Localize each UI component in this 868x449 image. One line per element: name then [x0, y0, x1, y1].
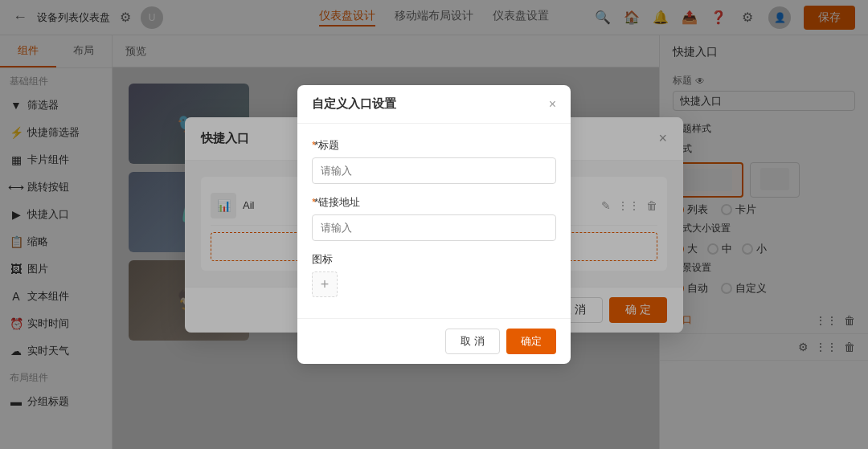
inner-modal-header: 自定义入口设置 ×: [297, 85, 571, 124]
link-input[interactable]: [312, 214, 556, 241]
inner-modal-body: **标题 **链接地址 图标 +: [297, 124, 571, 318]
outer-modal-overlay: 快捷入口 × 📊 Ail ✎ ⋮⋮ 🗑 + 添加入口: [0, 0, 868, 449]
inner-modal-close-button[interactable]: ×: [549, 97, 556, 112]
outer-modal: 快捷入口 × 📊 Ail ✎ ⋮⋮ 🗑 + 添加入口: [185, 117, 683, 333]
inner-cancel-button[interactable]: 取 消: [445, 329, 500, 354]
icon-add-button[interactable]: +: [312, 271, 338, 297]
title-field-label: **标题: [312, 138, 556, 153]
inner-modal-footer: 取 消 确定: [297, 318, 571, 364]
link-field-label: **链接地址: [312, 195, 556, 210]
icon-section: 图标 +: [312, 252, 556, 297]
title-input[interactable]: [312, 157, 556, 184]
inner-modal-title: 自定义入口设置: [312, 96, 396, 112]
icon-field-label: 图标: [312, 252, 556, 267]
inner-modal: 自定义入口设置 × **标题 **链接地址 图标 +: [297, 85, 571, 364]
inner-confirm-button[interactable]: 确定: [506, 329, 556, 354]
inner-modal-overlay: 自定义入口设置 × **标题 **链接地址 图标 +: [185, 117, 683, 333]
